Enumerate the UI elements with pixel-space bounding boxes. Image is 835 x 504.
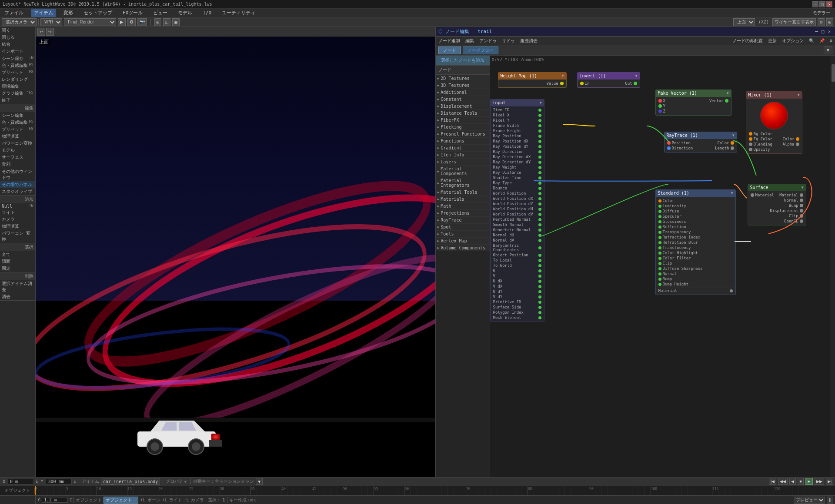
timeline-mark-97[interactable] [632, 486, 638, 495]
make-vector-menu-icon[interactable]: ▼ [727, 91, 729, 95]
sidebar-surface[interactable]: サーフェス [0, 154, 35, 161]
node-category-material-tools[interactable]: ▶Material Tools [436, 189, 490, 196]
timeline-mark-30[interactable]: 30 [220, 486, 226, 495]
node-category-spot[interactable]: ▶Spot [436, 223, 490, 230]
render-select[interactable]: Final_Render [64, 18, 116, 26]
timeline-mark-82[interactable] [540, 486, 546, 495]
sidebar-preset2[interactable]: プリセットF8 [0, 126, 35, 133]
timeline-mark-66[interactable] [441, 486, 447, 495]
timeline-mark-41[interactable] [287, 486, 293, 495]
timeline-mark-74[interactable] [491, 486, 497, 495]
timeline-mark-95[interactable] [620, 486, 626, 495]
timeline-mark-87[interactable] [571, 486, 577, 495]
timeline-mark-83[interactable] [546, 486, 552, 495]
raytrace-node[interactable]: RayTrace (1) ▼ Position Color [664, 132, 737, 153]
timeline-mark-101[interactable] [657, 486, 663, 495]
io-menu[interactable]: I/O [200, 9, 214, 17]
timeline-mark-29[interactable] [214, 486, 220, 495]
node-category-displacement[interactable]: ▶Displacement [436, 103, 490, 109]
node-category-constant[interactable]: ▶Constant [436, 96, 490, 103]
timeline-mark-14[interactable] [121, 486, 127, 495]
vp-undo[interactable]: ↩ [37, 28, 45, 36]
timeline-mark-60[interactable]: 60 [404, 486, 410, 495]
timeline-mark-114[interactable] [737, 486, 743, 495]
invert-menu-icon[interactable]: ▼ [635, 74, 638, 78]
nodeflow-tab-btn[interactable]: ノードフロー [463, 46, 498, 54]
render-start-btn[interactable]: ▶ [118, 18, 126, 26]
timeline-mark-96[interactable] [626, 486, 632, 495]
camera-select[interactable]: 選択カメラ [2, 18, 37, 26]
timeline-mark-75[interactable] [497, 486, 503, 495]
timeline-mark-4[interactable] [60, 486, 66, 495]
timeline-mark-9[interactable] [90, 486, 96, 495]
mixer-node[interactable]: Mixer (1) ▼ Bg Color Fg [746, 91, 802, 154]
node-category-vertex-map[interactable]: ▶Vertex Map [436, 237, 490, 244]
view-btn1[interactable]: ⊞ [154, 18, 161, 26]
timeline-mark-64[interactable] [429, 486, 435, 495]
go-start-btn[interactable]: |◀ [769, 478, 776, 485]
timeline-mark-42[interactable] [294, 486, 300, 495]
weight-map-menu-icon[interactable]: ▼ [562, 74, 564, 78]
timeline-mark-20[interactable]: 20 [158, 486, 164, 495]
monitor-btn[interactable]: モデラー [810, 9, 833, 17]
make-vector-node[interactable]: Make Vector (1) ▼ X Vector [655, 90, 731, 116]
timeline-mark-125[interactable] [805, 486, 811, 495]
vpr-select[interactable]: VPR [40, 18, 62, 26]
timeline-mark-119[interactable] [768, 486, 774, 495]
node-category-tools[interactable]: ▶Tools [436, 230, 490, 237]
timeline-mark-91[interactable] [595, 486, 601, 495]
timeline-mark-79[interactable] [521, 486, 527, 495]
file-menu[interactable]: ファイル [2, 9, 26, 17]
timeline-mark-11[interactable] [103, 486, 109, 495]
ne-maximize-btn[interactable]: □ [820, 29, 826, 34]
timeline-mark-121[interactable] [780, 486, 786, 495]
ne-expand-btn[interactable]: ▼ [824, 46, 832, 54]
node-category-distance-tools[interactable]: ▶Distance Tools [436, 109, 490, 116]
timeline-mark-116[interactable] [749, 486, 755, 495]
timeline-mark-3[interactable] [53, 486, 59, 495]
sidebar-import[interactable]: インポート [0, 48, 35, 55]
node-category-gradient[interactable]: ▶Gradient [436, 144, 490, 151]
ne-menu-clear[interactable]: 履歴消去 [520, 38, 538, 44]
timeline-mark-24[interactable] [183, 486, 189, 495]
timeline-mark-50[interactable]: 50 [343, 486, 349, 495]
timeline-mark-67[interactable] [447, 486, 453, 495]
timeline-mark-103[interactable] [669, 486, 675, 495]
vp-options-btn[interactable]: ⚙ [818, 18, 825, 26]
timeline-mark-10[interactable]: 10 [97, 486, 103, 495]
sidebar-model[interactable]: モデル [0, 147, 35, 154]
timeline-mark-38[interactable] [269, 486, 275, 495]
timeline-mark-2[interactable] [47, 486, 53, 495]
invert-node[interactable]: Invert (1) ▼ In Out [577, 72, 640, 88]
sidebar-scene-edit[interactable]: シーン編集 [0, 112, 35, 119]
timeline-mark-92[interactable] [601, 486, 607, 495]
timeline-mark-107[interactable] [694, 486, 700, 495]
timeline-mark-108[interactable] [700, 486, 706, 495]
timeline-mark-77[interactable] [509, 486, 515, 495]
fx-menu[interactable]: FXツール [120, 9, 145, 17]
timeline-mark-88[interactable] [577, 486, 583, 495]
node-category-math[interactable]: ▶Math [436, 202, 490, 209]
sidebar-open[interactable]: 開く [0, 27, 35, 34]
close-btn[interactable]: ✕ [826, 1, 832, 7]
timeline-mark-117[interactable] [755, 486, 761, 495]
ne-menu-redo[interactable]: リドゥ [502, 38, 515, 44]
object-select[interactable]: オブジェクト [104, 497, 138, 504]
ne-menu-config[interactable]: ⚙ [830, 38, 832, 43]
timeline-mark-16[interactable] [134, 486, 140, 495]
sidebar-graph[interactable]: グラフ編集 ^F5 [0, 90, 35, 97]
timeline-mark-39[interactable] [275, 486, 281, 495]
step-back-btn[interactable]: ◀◀ [778, 478, 788, 485]
node-category-functions[interactable]: ▶Functions [436, 137, 490, 144]
timeline-mark-21[interactable] [164, 486, 170, 495]
standard-node[interactable]: Standard (1) ▼ ColorLuminosityDiffuseSpe… [655, 189, 736, 295]
snapshot-btn[interactable]: 📷 [137, 18, 147, 26]
other-windows-btn[interactable]: その他のウィンドウ [0, 168, 35, 181]
timeline-mark-111[interactable] [718, 486, 724, 495]
ne-menu-search[interactable]: 🔍 [809, 38, 814, 43]
viewport[interactable]: 上面 [36, 36, 435, 477]
add-light-btn[interactable]: ライト [0, 209, 35, 216]
surface-node[interactable]: Surface ▼ Material Material [748, 184, 806, 225]
setup-menu[interactable]: セットアップ [81, 9, 115, 17]
ne-close-btn[interactable]: ✕ [826, 29, 832, 34]
